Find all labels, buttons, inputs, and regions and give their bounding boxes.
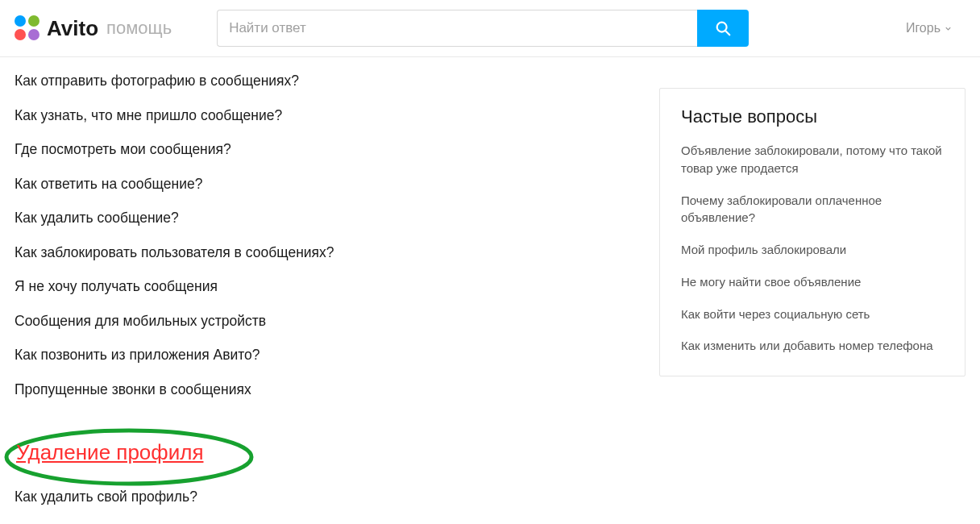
chevron-down-icon xyxy=(944,24,953,33)
avito-logo-icon xyxy=(15,15,40,41)
sidebar-faq-card: Частые вопросы Объявление заблокировали,… xyxy=(659,88,965,376)
faq-link[interactable]: Где посмотреть мои сообщения? xyxy=(15,132,627,167)
header-bar: Avito помощь Игорь xyxy=(0,0,980,57)
sidebar-title: Частые вопросы xyxy=(681,106,944,127)
faq-link[interactable]: Как отправить фотографию в сообщениях? xyxy=(15,64,627,98)
brand-subtext: помощь xyxy=(106,18,172,39)
sidebar-link[interactable]: Мой профиль заблокировали xyxy=(681,241,944,259)
faq-link[interactable]: Как позвонить из приложения Авито? xyxy=(15,338,627,372)
brand-logo-group[interactable]: Avito помощь xyxy=(15,15,172,41)
faq-link[interactable]: Я не хочу получать сообщения xyxy=(15,269,627,304)
faq-link[interactable]: Как узнать, что мне пришло сообщение? xyxy=(15,98,627,133)
user-name: Игорь xyxy=(906,21,941,35)
main-column: Как отправить фотографию в сообщениях? К… xyxy=(15,64,627,514)
faq-link[interactable]: Как удалить сообщение? xyxy=(15,201,627,235)
sidebar-link[interactable]: Почему заблокировали оплаченное объявлен… xyxy=(681,192,944,227)
svg-line-1 xyxy=(725,31,729,35)
sidebar-link[interactable]: Не могу найти свое объявление xyxy=(681,273,944,291)
sidebar-link[interactable]: Объявление заблокировали, потому что так… xyxy=(681,142,944,177)
sidebar-link[interactable]: Как изменить или добавить номер телефона xyxy=(681,337,944,355)
highlighted-section-heading: Удаление профиля xyxy=(15,435,227,470)
search-icon xyxy=(714,19,732,37)
brand-name: Avito xyxy=(47,16,98,41)
faq-list-messages: Как отправить фотографию в сообщениях? К… xyxy=(15,64,627,406)
user-menu[interactable]: Игорь xyxy=(906,21,965,35)
sidebar-link-list: Объявление заблокировали, потому что так… xyxy=(681,142,944,355)
page-content: Как отправить фотографию в сообщениях? К… xyxy=(0,57,980,524)
search-form xyxy=(217,10,749,47)
faq-link[interactable]: Как ответить на сообщение? xyxy=(15,167,627,202)
section-title-delete-profile[interactable]: Удаление профиля xyxy=(16,440,203,465)
sidebar-link[interactable]: Как войти через социальную сеть xyxy=(681,306,944,323)
faq-link[interactable]: Как заблокировать пользователя в сообщен… xyxy=(15,235,627,270)
faq-link[interactable]: Пропущенные звонки в сообщениях xyxy=(15,372,627,407)
sidebar: Частые вопросы Объявление заблокировали,… xyxy=(659,64,965,514)
search-input[interactable] xyxy=(217,10,697,47)
faq-link[interactable]: Сообщения для мобильных устройств xyxy=(15,304,627,339)
search-button[interactable] xyxy=(697,10,749,47)
